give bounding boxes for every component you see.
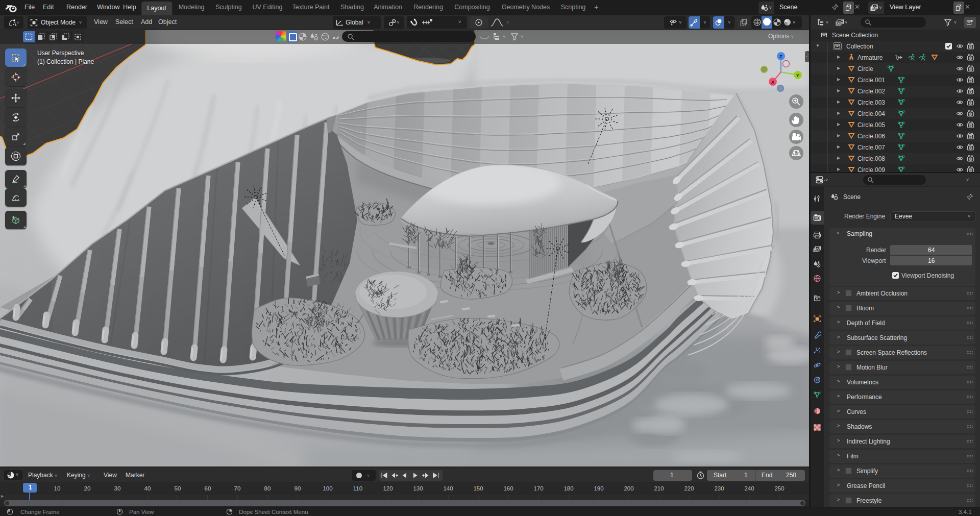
svg-text:X: X	[771, 79, 775, 85]
svg-text:Z: Z	[779, 54, 782, 59]
svg-text:Y: Y	[796, 72, 800, 78]
